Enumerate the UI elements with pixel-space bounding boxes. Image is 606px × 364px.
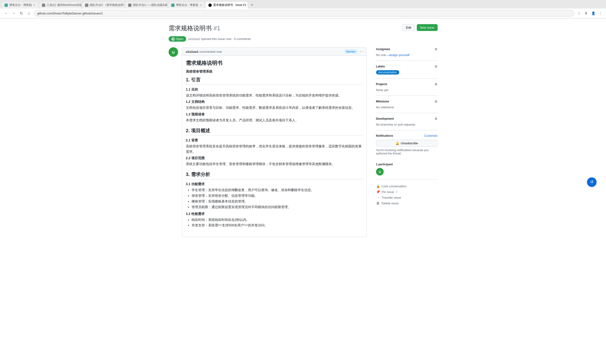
pin-issue-action[interactable]: 📌 Pin issue ℹ <box>376 189 438 195</box>
issue-number: #1 <box>214 25 220 32</box>
tab-label-tool: 工具(2): 极简MarkDown排版/ <box>47 3 82 7</box>
development-value: No branches or pull requests <box>376 123 415 126</box>
back-button[interactable]: ← <box>3 10 10 16</box>
comment-header: u1u1uu1 commented now Member ··· <box>182 48 366 56</box>
forward-button[interactable]: → <box>10 10 17 16</box>
tab-github-issue[interactable]: 需求规格说明书 · Issue #1 · Dr... ✕ <box>205 1 248 9</box>
labels-title: Labels <box>376 65 385 68</box>
tab-team1[interactable]: 团队作业1——团队选题&展示 ✕ <box>125 1 168 9</box>
labels-section: Labels ⚙ documentation <box>376 61 438 78</box>
actions-section: 🔒 Lock conversation 📌 Pin issue ℹ → Tran… <box>376 180 438 210</box>
delete-issue-action[interactable]: 🗑 Delete issue <box>376 200 438 206</box>
download-icon[interactable]: ⬇ <box>583 10 589 16</box>
menu-icon[interactable]: ⋮ <box>597 10 603 16</box>
unsubscribe-button[interactable]: 🔔 Unsubscribe <box>376 140 438 147</box>
milestone-header: Milestone ⚙ <box>376 100 438 103</box>
tab-favicon-blog1 <box>4 3 8 7</box>
tab-label-team1: 团队作业1——团队选题&展示 <box>133 3 168 7</box>
assignees-value: No one— <box>376 53 389 57</box>
tab-favicon-blog2 <box>171 3 175 7</box>
customize-link[interactable]: Customize <box>424 134 438 137</box>
svg-text:u: u <box>172 50 175 55</box>
lock-conversation-action[interactable]: 🔒 Lock conversation <box>376 183 438 189</box>
transfer-icon: → <box>376 195 380 199</box>
label-documentation[interactable]: documentation <box>376 70 399 75</box>
list-item-4: 管理员权限：通过权限设置实现管理员对不同模块的访问权限管理。 <box>192 204 363 210</box>
doc-subtitle: 高校宿舍管理系统 <box>186 69 363 74</box>
issue-header-buttons: Edit New issue <box>402 24 437 31</box>
development-title: Development <box>376 117 394 120</box>
new-issue-button[interactable]: New issue <box>417 24 438 31</box>
notifications-section: Notifications Customize 🔔 Unsubscribe Yo… <box>376 130 438 159</box>
projects-value: None yet <box>376 88 388 92</box>
doc-section-3: 3. 需求分析 3.1 功能需求 学生管理：支持学生信息的增删改查，用户可以查询… <box>186 171 363 228</box>
address-input[interactable] <box>34 10 574 16</box>
assignees-section: Assignees ⚙ No one—assign yourself <box>376 47 438 61</box>
assign-yourself-link[interactable]: assign yourself <box>389 53 410 57</box>
issue-meta-text: u1u1uu1 opened this issue now · 0 commen… <box>188 37 251 41</box>
translate-icon: 译 <box>590 180 593 184</box>
lock-icon: 🔒 <box>376 184 380 188</box>
doc-section-2: 2. 项目概述 2.1 背景 高校宿舍管理系统旨在提升高校宿舍管理的效率，优化学… <box>186 128 363 167</box>
tab-favicon-team2 <box>85 3 88 7</box>
home-button[interactable]: ⌂ <box>26 10 32 16</box>
notifications-header: Notifications Customize <box>376 134 438 137</box>
participant-avatar: u <box>376 168 384 175</box>
projects-section: Projects ⚙ None yet <box>376 78 438 96</box>
issue-meta: ● Open u1u1uu1 opened this issue now · 0… <box>169 36 438 42</box>
lock-label: Lock conversation <box>382 184 407 188</box>
tab-blog1[interactable]: 博客后台 - 博客园 ✕ <box>1 1 38 9</box>
doc-section-1: 1. 引言 1.1 目的 该文档详细说明高校宿舍管理系统的功能需求、性能需求和系… <box>186 77 363 123</box>
projects-gear-icon[interactable]: ⚙ <box>435 82 438 86</box>
tab-label-github: 需求规格说明书 · Issue #1 · Dr... <box>213 3 248 7</box>
labels-gear-icon[interactable]: ⚙ <box>435 65 438 68</box>
new-tab-button[interactable]: + <box>248 1 256 9</box>
content-area: u u1u1uu1 commented now Member ··· <box>169 47 438 243</box>
comment-options-button[interactable]: ··· <box>359 50 362 54</box>
comment-box: u u1u1uu1 commented now Member ··· <box>169 47 367 237</box>
milestone-section: Milestone ⚙ No milestone <box>376 96 438 113</box>
avatar: u <box>169 47 178 57</box>
page-container: 需求规格说明书 #1 Edit New issue ● Open u1u1uu1… <box>161 18 445 248</box>
edit-button[interactable]: Edit <box>402 24 415 31</box>
issue-title: 需求规格说明书 <box>169 24 212 32</box>
tab-label-team2: 团队作业2-《需求规格说明书》 <box>90 3 124 7</box>
notification-desc: You're receiving notifications because y… <box>376 149 438 155</box>
toolbar-icons: ☆ ⬇ 👤 ⋮ <box>576 10 603 16</box>
section-3-2-list: 响应时间：系统响应时间应在2秒以内。 并发支持：系统需==支持500名用户==的… <box>186 217 363 228</box>
nav-buttons: ← → ↻ ⌂ <box>3 10 32 16</box>
development-header: Development ⚙ <box>376 117 438 121</box>
transfer-issue-action[interactable]: → Transfer issue <box>376 195 438 200</box>
milestone-gear-icon[interactable]: ⚙ <box>435 100 438 103</box>
development-gear-icon[interactable]: ⚙ <box>435 117 438 121</box>
tab-bar: 博客后台 - 博客园 ✕ 工具(2): 极简MarkDown排版/ ✕ 团队作业… <box>0 0 606 9</box>
section-3-heading: 3. 需求分析 <box>186 171 363 179</box>
comment-content: u1u1uu1 commented now Member ··· 需求规格说明书… <box>182 47 367 237</box>
bell-icon: 🔔 <box>396 142 399 145</box>
bookmark-icon[interactable]: ☆ <box>576 10 582 16</box>
list-item-1: 学生管理：支持学生信息的增删改查，用户可以查询、修改、添加和删除学生信息。 <box>192 187 363 193</box>
open-circle-icon: ● <box>171 37 175 41</box>
tab-team2[interactable]: 团队作业2-《需求规格说明书》 ✕ <box>82 1 124 9</box>
address-bar-row: ← → ↻ ⌂ ☆ ⬇ 👤 ⋮ <box>0 9 606 18</box>
labels-header: Labels ⚙ <box>376 65 438 68</box>
tab-close-blog1[interactable]: ✕ <box>33 3 35 7</box>
profile-icon[interactable]: 👤 <box>590 10 596 16</box>
browser-chrome: 博客后台 - 博客园 ✕ 工具(2): 极简MarkDown排版/ ✕ 团队作业… <box>0 0 606 18</box>
comment-body: 需求规格说明书 高校宿舍管理系统 1. 引言 1.1 目的 该文档详细说明高校宿… <box>182 56 366 237</box>
participants-section: 1 participant u <box>376 159 438 180</box>
tab-close-blog2[interactable]: ✕ <box>200 3 202 7</box>
pin-icon: 📌 <box>376 190 380 194</box>
svg-text:u: u <box>379 170 381 174</box>
list-item-2: 宿舍管理：支持宿舍分配、信息管理等功能。 <box>192 193 363 199</box>
notifications-title: Notifications <box>376 134 393 137</box>
section-1-1-title: 1.1 目的 <box>186 88 363 92</box>
assignees-gear-icon[interactable]: ⚙ <box>435 47 438 51</box>
status-badge: ● Open <box>169 36 186 42</box>
translate-bubble[interactable]: 译 <box>587 177 596 187</box>
tab-blog2[interactable]: 博客后台 - 博客园 ✕ <box>168 1 205 9</box>
reload-button[interactable]: ↻ <box>18 10 25 16</box>
section-1-3-title: 1.3 预期读者 <box>186 112 363 117</box>
milestone-title: Milestone <box>376 100 389 103</box>
tab-tool[interactable]: 工具(2): 极简MarkDown排版/ ✕ <box>39 1 82 9</box>
